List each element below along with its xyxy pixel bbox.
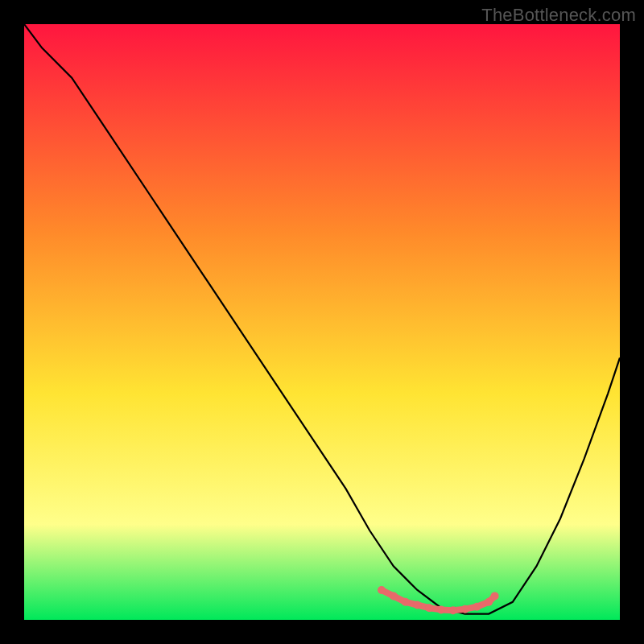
cluster-dot — [390, 592, 398, 600]
cluster-dot — [485, 598, 493, 606]
plot-area — [24, 24, 620, 620]
cluster-dot — [413, 601, 421, 609]
cluster-dot — [491, 592, 499, 600]
cluster-dot — [425, 604, 433, 612]
cluster-dot — [449, 606, 457, 614]
chart-svg — [24, 24, 620, 620]
cluster-dot — [378, 586, 386, 594]
cluster-dot — [473, 603, 481, 611]
gradient-background — [24, 24, 620, 620]
watermark-text: TheBottleneck.com — [481, 5, 636, 26]
chart-frame: TheBottleneck.com — [0, 0, 644, 644]
cluster-dot — [461, 605, 469, 613]
cluster-dot — [402, 598, 410, 606]
cluster-dot — [437, 605, 445, 613]
